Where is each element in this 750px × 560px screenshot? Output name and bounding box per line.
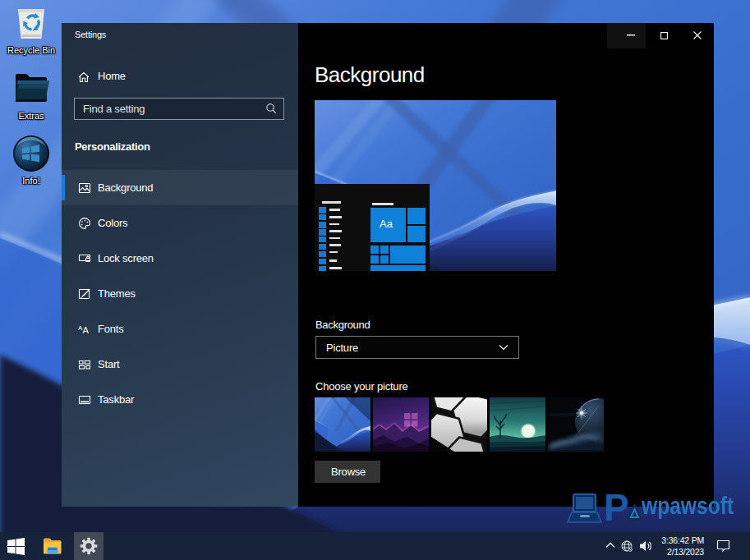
svg-text:A: A <box>83 325 90 335</box>
